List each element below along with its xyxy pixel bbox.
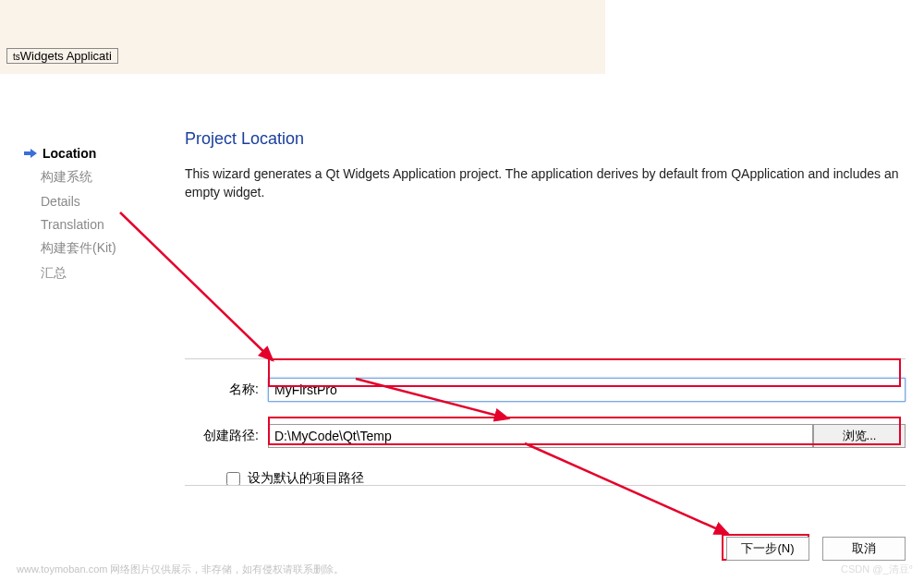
nav-step-label: Details [41,194,80,209]
name-input[interactable] [268,378,906,402]
cancel-button[interactable]: 取消 [822,537,906,561]
nav-step-label: 汇总 [41,265,67,282]
form-area: 名称: 创建路径: 浏览... 设为默认的项目路径 [185,358,906,487]
nav-step-summary[interactable]: 汇总 [41,265,179,282]
wizard-buttons: 下一步(N) 取消 [726,537,906,561]
nav-step-translation[interactable]: Translation [41,217,179,232]
path-input[interactable] [268,424,813,448]
nav-step-label: 构建套件(Kit) [41,240,116,257]
wizard-sidebar: Location 构建系统 Details Translation 构建套件(K… [41,146,179,290]
nav-step-label: 构建系统 [41,169,92,186]
nav-step-label: Location [43,146,96,161]
nav-step-label: Translation [41,217,104,232]
name-row: 名称: [185,378,906,402]
nav-step-build-system[interactable]: 构建系统 [41,169,179,186]
name-label: 名称: [185,381,259,398]
path-label: 创建路径: [185,428,259,444]
arrow-right-icon [24,148,37,159]
nav-step-details[interactable]: Details [41,194,179,209]
wizard-description: This wizard generates a Qt Widgets Appli… [185,165,906,201]
divider-bottom [185,485,906,486]
divider-top [185,358,906,359]
browse-button[interactable]: 浏览... [813,424,906,448]
next-button[interactable]: 下一步(N) [726,537,809,561]
default-path-checkbox[interactable] [226,472,240,486]
main-content: Project Location This wizard generates a… [185,129,906,487]
watermark-author: CSDN @_清豆° [841,563,913,576]
window-tab: tsWidgets Applicati [6,48,118,64]
watermark-source: www.toymoban.com 网络图片仅供展示，非存储，如有侵权请联系删除。 [17,563,344,576]
path-row: 创建路径: 浏览... [185,424,906,448]
nav-step-location[interactable]: Location [41,146,179,161]
nav-step-kit[interactable]: 构建套件(Kit) [41,240,179,257]
tab-label: Widgets Applicati [20,49,112,63]
page-title: Project Location [185,129,906,149]
tab-prefix: ts [13,52,20,62]
